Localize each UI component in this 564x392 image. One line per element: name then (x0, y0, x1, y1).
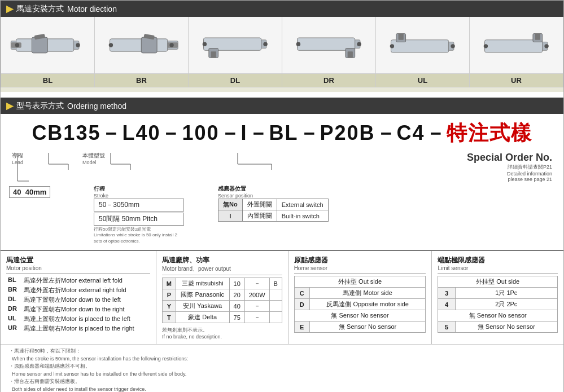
home-sensor-table: 外挂型 Out side C 馬達側 Motor side D 反馬達側 Opp… (294, 276, 426, 333)
svg-rect-8 (110, 39, 168, 51)
sensor-table: 無No 外置開關 External switch I 內置開關 Built-in… (218, 199, 329, 222)
motor-label-dr: DR (282, 73, 375, 87)
motor-pos-title-en: Motor position (6, 265, 150, 274)
ls-code-4: 4 (438, 299, 455, 310)
motor-img-ur (470, 17, 563, 73)
svg-point-12 (109, 43, 113, 47)
mb-unit-4: － (244, 312, 269, 323)
stroke-pitch: 50間隔 50mm Pitch (94, 213, 184, 226)
ordering-diagram: 導程 Lead 本體型號 Model Special Order No. 詳細資… (1, 150, 563, 250)
mp-row-ul: UL 馬達上置朝左Motor is placed to the left (6, 314, 150, 324)
motor-brand-title-en: Motor brand、power output (162, 265, 282, 275)
note-3: ・滑台左右兩側需安裝感應板。 (9, 378, 555, 386)
bottom-notes: ・馬達行程50時，有以下限制： When the stroke is 50mm,… (9, 347, 555, 392)
motor-cell-ul: UL (376, 17, 470, 87)
ls-row-4: 4 2只 2Pc (438, 299, 558, 310)
model-zh: 本體型號 (82, 152, 467, 160)
ls-row-3: 3 1只 1Pc (438, 288, 558, 299)
motor-brand-title-zh: 馬達廠牌、功率 (162, 256, 282, 265)
mp-code-dr: DR (6, 305, 22, 314)
stroke-range: 50－3050mm (94, 199, 184, 212)
spacer (1, 87, 563, 92)
mp-code-br: BR (6, 285, 22, 295)
hs-code-d: D (294, 299, 309, 310)
motor-label-dl: DL (189, 73, 282, 87)
limit-sensor-table: 外挂型 Out side 3 1只 1Pc 4 2只 2Pc 無 Sensor … (438, 276, 558, 333)
bottom-notes-section: ・馬達行程50時，有以下限制： When the stroke is 50mm,… (1, 344, 563, 392)
hs-outtype: 外挂型 Out side (294, 276, 426, 288)
motor-brand-note-zh: 若無剎車則不表示。 (162, 327, 282, 334)
lead-zh: 導程 (12, 152, 49, 160)
mb-code-t: T (163, 312, 176, 323)
special-order-note-en2: please see page 21 (467, 177, 552, 182)
stroke-zh: 行程 (94, 185, 184, 193)
motor-label-bl: BL (1, 73, 94, 87)
actuator-svg-ur (474, 23, 558, 68)
svg-point-6 (76, 43, 80, 47)
motor-label-ul: UL (376, 73, 469, 87)
mb-power-20: 20 (229, 289, 244, 301)
motor-img-dl (189, 17, 282, 73)
special-order-note-en1: Detailed information (467, 171, 552, 177)
ls-desc-5: 無 Sensor No sensor (455, 321, 557, 333)
special-order-title: Special Order No. (467, 152, 552, 164)
mb-sfx-b: B (269, 278, 282, 289)
mp-row-dl: DL 馬達下置朝左Motor down to the left (6, 295, 150, 305)
mb-unit-1: － (244, 278, 269, 289)
motor-direction-title-zh: 馬達安裝方式 (16, 4, 64, 14)
sensor-block: 感應器位置 Sensor position 無No 外置開關 External … (218, 185, 329, 222)
mb-sfx-4 (269, 312, 282, 323)
lead-en: Lead (12, 160, 49, 165)
actuator-svg-ul (381, 23, 465, 68)
mb-brand-zh-p: 國際 Panasonic (176, 289, 229, 301)
model-label-block: 本體型號 Model (49, 152, 467, 182)
note-2: ・原點感應器和端點感應器不可相。 (9, 363, 555, 371)
mb-row-m: M 三菱 mitsubishi 10 － B (163, 278, 282, 289)
lead-number: 40 (13, 188, 21, 196)
sensor-desc-zh-1: 內置開關 (242, 210, 277, 222)
svg-point-36 (484, 44, 488, 48)
hs-row-c: C 馬達側 Motor side (294, 288, 426, 299)
actuator-svg-bl (6, 23, 90, 68)
home-sensor-title-en: Home sensor (294, 265, 426, 274)
ordering-section: ▶ 型号表示方式 Ordering method CB135－L40－100－I… (1, 98, 563, 250)
hs-desc-c: 馬達側 Motor side (309, 288, 426, 299)
mb-row-p: P 國際 Panasonic 20 200W (163, 289, 282, 301)
mb-row-y: Y 安川 Yaskawa 40 － (163, 301, 282, 312)
hs-row-d: D 反馬達側 Opposite motor side (294, 299, 426, 310)
sensor-desc-en-0: External switch (277, 199, 328, 210)
mp-desc-dl: 馬達下置朝左Motor down to the left (22, 295, 150, 305)
svg-point-25 (357, 42, 361, 46)
ls-outtype: 外挂型 Out side (438, 276, 558, 288)
sensor-desc-zh-0: 外置開關 (242, 199, 277, 210)
motor-cell-bl: BL (1, 17, 95, 87)
mb-sfx-2 (269, 289, 282, 301)
mb-code-m: M (163, 278, 176, 289)
lead-value-box: 40 40mm (9, 186, 50, 198)
actuator-svg-dl (193, 23, 277, 68)
mb-brand-zh-t: 豪達 Delta (176, 312, 229, 323)
label-row: 導程 Lead 本體型號 Model Special Order No. 詳細資… (9, 150, 555, 182)
svg-rect-23 (348, 51, 353, 58)
svg-rect-10 (142, 37, 158, 53)
mb-brand-zh-m: 三菱 mitsubishi (176, 278, 229, 289)
stroke-note-en: Limitations while stroke is 50 only inst… (94, 232, 184, 244)
motor-img-br (95, 17, 188, 73)
ls-code-5: 5 (438, 321, 455, 333)
stroke-en: Stroke (94, 193, 184, 199)
ls-desc-3: 1只 1Pc (455, 288, 557, 299)
hs-desc-d: 反馬達側 Opposite motor side (309, 299, 426, 310)
sensor-code-0: 無No (218, 199, 243, 210)
mp-row-ur: UR 馬達上置朝右Motor is placed to the right (6, 324, 150, 333)
limit-sensor-title-zh: 端點極限感應器 (438, 256, 558, 265)
actuator-svg-dr (287, 23, 371, 68)
note-3-en: Both sides of slider need to install the… (9, 386, 555, 392)
mp-code-bl: BL (6, 276, 22, 285)
ls-no-sensor: 無 Sensor No sensor (438, 310, 558, 321)
special-order-note-zh: 詳細資料請查閱P21 (467, 164, 552, 171)
svg-point-24 (296, 42, 300, 46)
stroke-block: 行程 Stroke 50－3050mm 50間隔 50mm Pitch 行程50… (94, 185, 184, 244)
hs-code-e: E (294, 321, 309, 333)
motor-img-ul (376, 17, 469, 73)
svg-rect-3 (32, 37, 48, 53)
